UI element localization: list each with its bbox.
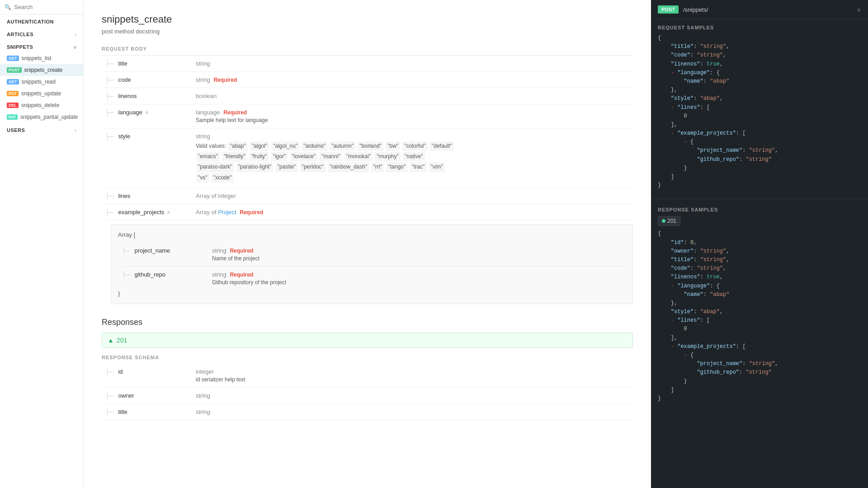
field-type: Array of integer — [196, 192, 236, 199]
nested-table: ├─ project_name string Required Name of … — [118, 243, 626, 290]
field-type: string — [196, 133, 210, 140]
field-type: string — [196, 392, 210, 399]
sidebar-item-articles[interactable]: ARTICLES › — [0, 27, 83, 40]
response-tab-201[interactable]: 201 — [658, 216, 680, 226]
request-body-header: REQUEST BODY — [102, 46, 633, 56]
connector-icon: ├─ — [105, 60, 113, 67]
right-panel: POST /snippets/ ∨ REQUEST SAMPLES { "tit… — [651, 0, 868, 488]
nested-field-name: github_repo — [134, 271, 165, 278]
method-badge: POST — [658, 5, 679, 14]
field-row-code: ├─ code string Required — [102, 72, 633, 88]
response-201-row[interactable]: ▲ 201 — [102, 333, 633, 348]
required-badge: Required — [230, 272, 253, 278]
field-row-title: ├─ title string — [102, 56, 633, 72]
field-name-label: example_projects — [118, 209, 164, 216]
field-name-label: style — [118, 133, 130, 140]
main-content: snippets_create post method docstring RE… — [84, 0, 651, 488]
search-input[interactable] — [14, 4, 79, 10]
sidebar: 🔍 AUTHENTICATION ARTICLES › SNIPPETS ∨ G… — [0, 0, 84, 488]
response-schema-title: RESPONSE SCHEMA — [102, 352, 633, 360]
field-row-style: ├─ style string Valid values: "abap" "al… — [102, 128, 633, 188]
nested-block-header: Array [ — [118, 231, 626, 238]
expand-icon[interactable]: ∨ — [145, 110, 148, 115]
connector-icon: ├─ — [105, 109, 113, 116]
connector-icon: ├─ — [105, 392, 113, 399]
status-dot — [662, 219, 665, 223]
get-badge: GET — [7, 56, 19, 61]
field-name-label: title — [118, 408, 127, 415]
nested-row-project-name: ├─ project_name string Required Name of … — [118, 243, 626, 267]
nested-block-example-projects: Array [ ├─ project_name string Required … — [111, 224, 633, 304]
sidebar-item-snippets-partial-update[interactable]: PAT snippets_partial_update — [0, 111, 83, 123]
field-type: Array of — [196, 209, 218, 216]
chevron-down-icon: ∨ — [73, 45, 77, 50]
response-field-id: ├─ id integer id serializer help text — [102, 364, 633, 388]
field-type: string — [196, 60, 210, 67]
delete-badge: DEL — [7, 103, 19, 108]
get-badge: GET — [7, 79, 19, 84]
response-tab-label: 201 — [667, 218, 676, 224]
required-badge: Required — [223, 109, 247, 116]
response-code: ▲ 201 — [108, 337, 127, 344]
response-field-owner: ├─ owner string — [102, 387, 633, 404]
nested-field-desc: Github repository of the project — [212, 279, 622, 286]
response-field-title: ├─ title string — [102, 404, 633, 420]
field-values: Valid values: "abap" "algol" "algol_nu" … — [196, 141, 629, 183]
nav-section: AUTHENTICATION ARTICLES › SNIPPETS ∨ GET… — [0, 14, 83, 136]
connector-icon: ├─ — [105, 209, 113, 216]
field-name-label: code — [118, 76, 131, 83]
nested-field-desc: Name of the project — [212, 255, 622, 262]
sidebar-item-users[interactable]: USERS › — [0, 123, 83, 136]
field-type-link[interactable]: Project — [218, 209, 236, 216]
nested-block-footer: } — [118, 290, 626, 297]
sidebar-item-snippets-read[interactable]: GET snippets_read — [0, 76, 83, 88]
connector-icon: ├─ — [105, 133, 113, 140]
field-row-lines: ├─ lines Array of integer — [102, 188, 633, 204]
response-schema-table: ├─ id integer id serializer help text ├─… — [102, 364, 633, 420]
expand-icon[interactable]: ∨ — [857, 6, 861, 13]
field-type: string — [196, 408, 210, 415]
patch-badge: PAT — [7, 114, 18, 120]
field-type: integer — [196, 368, 214, 375]
chevron-up-icon: ▲ — [108, 337, 114, 344]
page-title: snippets_create — [102, 14, 633, 25]
sidebar-item-snippets-update[interactable]: PUT snippets_update — [0, 88, 83, 99]
put-badge: PUT — [7, 91, 19, 96]
endpoint-bar: POST /snippets/ ∨ — [651, 0, 868, 19]
field-name-label: title — [118, 60, 127, 67]
field-row-language: ├─ language ∨ language Required Sample h… — [102, 104, 633, 128]
request-sample-code: { "title": "string", "code": "string", "… — [651, 34, 868, 197]
connector-icon: ├─ — [105, 93, 113, 99]
request-body-table: ├─ title string ├─ code string — [102, 56, 633, 221]
sidebar-item-snippets-create[interactable]: POST snippets_create — [0, 64, 83, 76]
sidebar-item-authentication[interactable]: AUTHENTICATION — [0, 14, 83, 27]
divider — [651, 199, 868, 199]
endpoint-path: /snippets/ — [683, 6, 708, 13]
page-subtitle: post method docstring — [102, 28, 633, 35]
connector-icon: ├─ — [105, 408, 113, 415]
response-sample-code: { "id": 0, "owner": "string", "title": "… — [651, 230, 868, 410]
connector-icon: ├─ — [105, 368, 113, 375]
field-name-label: id — [118, 368, 123, 375]
nested-field-type: string — [212, 247, 226, 254]
field-name-label: language — [118, 109, 142, 116]
field-row-example-projects: ├─ example_projects ∧ Array of Project R… — [102, 204, 633, 220]
field-type: string — [196, 76, 210, 83]
sidebar-item-snippets[interactable]: SNIPPETS ∨ — [0, 40, 83, 52]
connector-icon: ├─ — [122, 247, 130, 254]
chevron-right-icon: › — [75, 32, 76, 37]
connector-icon: ├─ — [122, 271, 130, 278]
responses-title: Responses — [102, 318, 633, 327]
nested-field-name: project_name — [134, 247, 170, 254]
sidebar-item-snippets-list[interactable]: GET snippets_list — [0, 52, 83, 64]
search-box[interactable]: 🔍 — [0, 0, 83, 14]
sidebar-item-snippets-delete[interactable]: DEL snippets_delete — [0, 99, 83, 111]
field-type: boolean — [196, 93, 217, 99]
nested-row-github-repo: ├─ github_repo string Required Github re… — [118, 266, 626, 290]
required-badge: Required — [240, 209, 263, 216]
expand-icon[interactable]: ∧ — [167, 210, 170, 215]
post-badge: POST — [7, 67, 22, 73]
field-name-label: owner — [118, 392, 134, 399]
field-row-linenos: ├─ linenos boolean — [102, 88, 633, 104]
field-name-label: linenos — [118, 93, 137, 99]
